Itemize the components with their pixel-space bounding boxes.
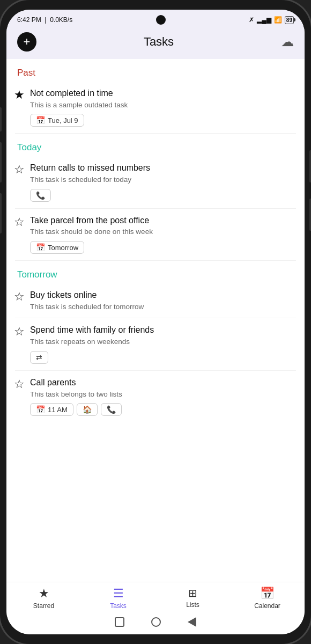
camera-dot bbox=[156, 15, 166, 25]
tag-date[interactable]: 📅 Tue, Jul 9 bbox=[30, 114, 84, 127]
task-body: Spend time with family or friends This t… bbox=[30, 325, 296, 363]
back-button[interactable] bbox=[188, 617, 196, 627]
phone-screen: 6:42 PM | 0.0KB/s ✗ ▂▄▆ 📶 89 + Tasks ☁ bbox=[6, 10, 305, 634]
star-icon[interactable]: ☆ bbox=[14, 291, 25, 303]
task-item[interactable]: ☆ Spend time with family or friends This… bbox=[6, 318, 305, 370]
status-network: 0.0KB/s bbox=[50, 16, 72, 24]
task-title: Take parcel from the post office bbox=[30, 215, 296, 226]
nav-label-tasks: Tasks bbox=[110, 602, 127, 610]
tasks-content[interactable]: Past ★ Not completed in time This is a s… bbox=[6, 59, 305, 582]
nav-label-lists: Lists bbox=[186, 601, 199, 609]
star-nav-icon: ★ bbox=[39, 587, 49, 601]
task-item[interactable]: ☆ Take parcel from the post office This … bbox=[6, 209, 305, 260]
tag-label: 11 AM bbox=[48, 406, 68, 414]
nav-item-calendar[interactable]: 📅 Calendar bbox=[230, 587, 305, 610]
bottom-nav: ★ Starred ☰ Tasks ⊞ Lists 📅 Calendar bbox=[6, 582, 305, 612]
tag-label: Tomorrow bbox=[48, 244, 78, 252]
calendar-icon: 📅 bbox=[36, 243, 45, 252]
calendar-icon: 📅 bbox=[36, 116, 45, 125]
tag-tomorrow[interactable]: 📅 Tomorrow bbox=[30, 241, 84, 254]
section-tomorrow: Tomorrow ☆ Buy tickets online This task … bbox=[6, 261, 305, 422]
task-tags: 📅 11 AM 🏠 📞 bbox=[30, 403, 296, 416]
task-tags: 📅 Tomorrow bbox=[30, 241, 296, 254]
task-item[interactable]: ☆ Return calls to missed numbers This ta… bbox=[6, 156, 305, 208]
task-item[interactable]: ★ Not completed in time This is a sample… bbox=[6, 82, 305, 133]
home-icon: 🏠 bbox=[83, 405, 92, 414]
section-header-past: Past bbox=[6, 59, 305, 82]
section-header-today: Today bbox=[6, 134, 305, 156]
phone-icon: 📞 bbox=[36, 191, 45, 200]
task-tags: 📅 Tue, Jul 9 bbox=[30, 114, 296, 127]
task-body: Call parents This task belongs to two li… bbox=[30, 377, 296, 416]
tag-call[interactable]: 📞 bbox=[101, 403, 122, 416]
home-button[interactable] bbox=[151, 617, 161, 627]
status-bar: 6:42 PM | 0.0KB/s ✗ ▂▄▆ 📶 89 bbox=[6, 10, 305, 28]
task-tags: 📞 bbox=[30, 189, 296, 202]
nav-item-tasks[interactable]: ☰ Tasks bbox=[81, 587, 156, 610]
android-nav bbox=[6, 612, 305, 634]
repeat-icon: ⇄ bbox=[36, 353, 42, 362]
task-item[interactable]: ☆ Buy tickets online This task is schedu… bbox=[6, 283, 305, 318]
task-body: Buy tickets online This task is schedule… bbox=[30, 290, 296, 311]
task-desc: This is a sample outdated task bbox=[30, 100, 296, 110]
status-icons: ✗ ▂▄▆ 📶 89 bbox=[249, 16, 294, 24]
task-title: Spend time with family or friends bbox=[30, 325, 296, 336]
task-body: Not completed in time This is a sample o… bbox=[30, 88, 296, 127]
task-item[interactable]: ☆ Call parents This task belongs to two … bbox=[6, 371, 305, 422]
task-title: Call parents bbox=[30, 377, 296, 389]
lists-nav-icon: ⊞ bbox=[188, 587, 197, 599]
tasks-nav-icon: ☰ bbox=[113, 587, 124, 601]
nav-item-starred[interactable]: ★ Starred bbox=[6, 587, 81, 610]
task-desc: This task should be done on this week bbox=[30, 227, 296, 237]
star-icon[interactable]: ☆ bbox=[14, 326, 25, 338]
task-desc: This task is scheduled for tomorrow bbox=[30, 302, 296, 312]
tag-phone[interactable]: 📞 bbox=[30, 189, 51, 202]
task-body: Take parcel from the post office This ta… bbox=[30, 215, 296, 254]
app-title: Tasks bbox=[144, 35, 174, 49]
nav-label-calendar: Calendar bbox=[254, 602, 280, 610]
task-body: Return calls to missed numbers This task… bbox=[30, 163, 296, 201]
calendar-icon: 📅 bbox=[36, 405, 45, 414]
wifi-icon: 📶 bbox=[274, 16, 282, 24]
tag-time[interactable]: 📅 11 AM bbox=[30, 403, 73, 416]
app-header: + Tasks ☁ bbox=[6, 28, 305, 59]
vol-left-button[interactable] bbox=[0, 142, 2, 182]
phone-frame: 6:42 PM | 0.0KB/s ✗ ▂▄▆ 📶 89 + Tasks ☁ bbox=[0, 0, 311, 644]
tag-label: Tue, Jul 9 bbox=[48, 116, 78, 125]
task-desc: This task belongs to two lists bbox=[30, 390, 296, 399]
task-desc: This task is scheduled for today bbox=[30, 175, 296, 185]
status-time: 6:42 PM bbox=[17, 16, 41, 24]
task-title: Buy tickets online bbox=[30, 290, 296, 301]
bottom-spacer bbox=[6, 422, 305, 431]
task-tags: ⇄ bbox=[30, 351, 296, 364]
task-title: Return calls to missed numbers bbox=[30, 163, 296, 174]
recents-button[interactable] bbox=[115, 617, 124, 627]
nav-item-lists[interactable]: ⊞ Lists bbox=[156, 587, 230, 610]
calendar-nav-icon: 📅 bbox=[260, 587, 275, 601]
star-icon-filled[interactable]: ★ bbox=[14, 89, 25, 101]
battery-level: 89 bbox=[286, 17, 292, 23]
section-today: Today ☆ Return calls to missed numbers T… bbox=[6, 134, 305, 260]
power-button[interactable] bbox=[0, 107, 2, 131]
nav-label-starred: Starred bbox=[33, 602, 54, 610]
bluetooth-icon: ✗ bbox=[249, 16, 254, 24]
phone-icon: 📞 bbox=[107, 405, 116, 414]
signal-icon: ▂▄▆ bbox=[257, 16, 271, 24]
section-header-tomorrow: Tomorrow bbox=[6, 261, 305, 283]
cloud-sync-button[interactable]: ☁ bbox=[281, 34, 294, 49]
star-icon[interactable]: ☆ bbox=[14, 378, 25, 390]
tag-home[interactable]: 🏠 bbox=[77, 403, 98, 416]
star-icon[interactable]: ☆ bbox=[14, 164, 25, 175]
section-past: Past ★ Not completed in time This is a s… bbox=[6, 59, 305, 133]
vol-left-button-2[interactable] bbox=[0, 193, 2, 233]
star-icon[interactable]: ☆ bbox=[14, 216, 25, 228]
task-title: Not completed in time bbox=[30, 88, 296, 99]
task-desc: This task repeats on weekends bbox=[30, 337, 296, 347]
status-time-network: 6:42 PM | 0.0KB/s bbox=[17, 16, 72, 24]
add-task-button[interactable]: + bbox=[17, 32, 36, 52]
battery-icon: 89 bbox=[285, 16, 294, 24]
tag-repeat[interactable]: ⇄ bbox=[30, 351, 48, 364]
